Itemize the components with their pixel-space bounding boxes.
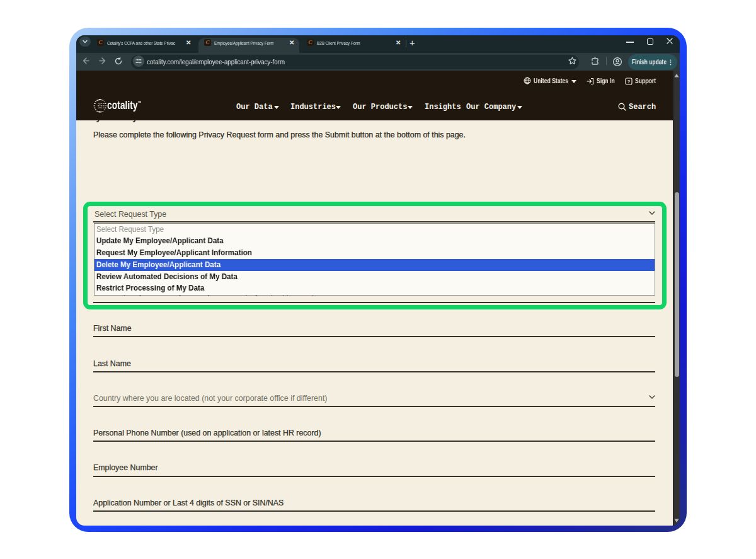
svg-text:?: ? [627,78,631,84]
